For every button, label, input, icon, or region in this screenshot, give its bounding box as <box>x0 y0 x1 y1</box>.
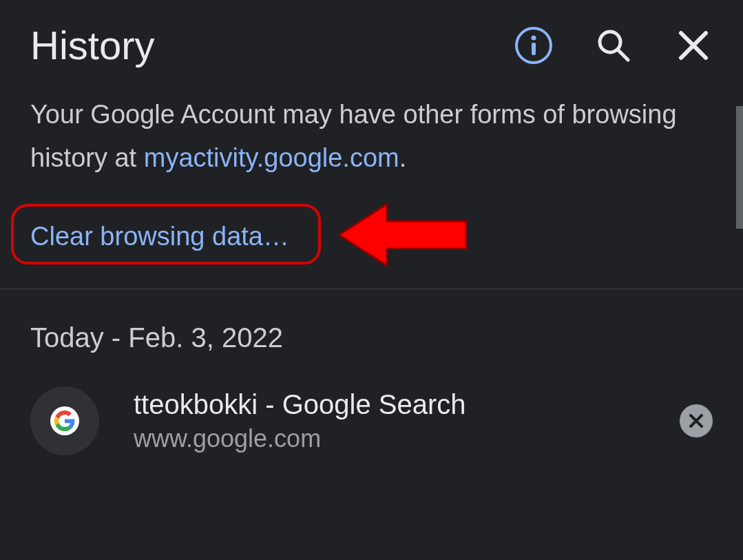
date-label: Today - Feb. 3, 2022 <box>30 322 713 353</box>
info-icon <box>514 26 553 65</box>
header: History <box>0 0 743 85</box>
header-actions <box>514 26 713 65</box>
svg-rect-2 <box>532 43 536 55</box>
info-button[interactable] <box>514 26 553 65</box>
page-title: History <box>30 22 514 68</box>
info-section: Your Google Account may have other forms… <box>0 85 743 204</box>
scrollbar[interactable] <box>736 106 743 229</box>
history-item[interactable]: tteokbokki - Google Search www.google.co… <box>0 353 743 468</box>
svg-marker-7 <box>339 204 466 266</box>
svg-point-1 <box>532 35 536 40</box>
close-button[interactable] <box>674 26 713 65</box>
history-item-url: www.google.com <box>134 424 645 453</box>
clear-row: Clear browsing data… <box>0 204 743 289</box>
close-icon <box>678 30 709 61</box>
delete-history-item-button[interactable] <box>680 404 713 437</box>
close-icon <box>688 413 704 429</box>
svg-line-4 <box>618 50 628 60</box>
favicon-container <box>30 386 99 455</box>
search-button[interactable] <box>594 26 633 65</box>
myactivity-link[interactable]: myactivity.google.com <box>144 143 399 172</box>
history-item-title: tteokbokki - Google Search <box>134 389 645 420</box>
date-section: Today - Feb. 3, 2022 <box>0 289 743 353</box>
annotation-arrow-icon <box>339 197 470 273</box>
google-logo-icon <box>54 411 75 431</box>
clear-browsing-data-button[interactable]: Clear browsing data… <box>11 209 308 264</box>
info-text-post: . <box>399 143 407 172</box>
google-favicon <box>50 406 79 435</box>
search-icon <box>596 28 631 63</box>
history-item-text: tteokbokki - Google Search www.google.co… <box>134 389 645 453</box>
info-text: Your Google Account may have other forms… <box>30 93 713 179</box>
